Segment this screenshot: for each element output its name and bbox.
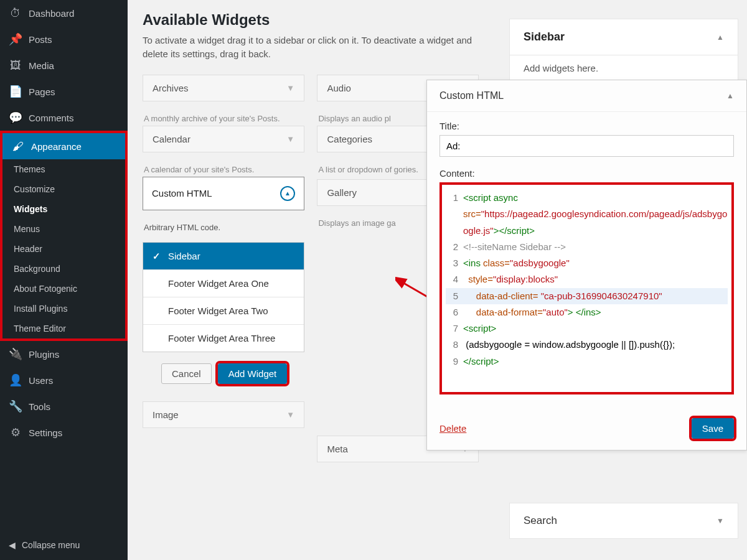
sidebar-label: Plugins bbox=[29, 349, 59, 360]
line-number: 8 bbox=[446, 337, 463, 353]
area-footer-2[interactable]: Footer Widget Area Two bbox=[143, 297, 304, 325]
sidebar-item-dashboard[interactable]: ⏱Dashboard bbox=[0, 0, 128, 26]
sidebar-item-posts[interactable]: 📌Posts bbox=[0, 26, 128, 52]
title-label: Title: bbox=[439, 121, 734, 131]
sidebar-sub-menus[interactable]: Menus bbox=[2, 219, 125, 239]
collapse-icon: ◀ bbox=[9, 540, 16, 550]
sidebar-item-media[interactable]: 🖼Media bbox=[0, 52, 128, 78]
page-desc: To activate a widget drag it to a sideba… bbox=[143, 34, 472, 61]
sidebar-label: Users bbox=[29, 375, 53, 386]
user-icon: 👤 bbox=[9, 373, 22, 387]
sidebar-sub-install[interactable]: Install Plugins bbox=[2, 299, 125, 319]
widget-title: Meta bbox=[327, 444, 347, 454]
collapse-menu[interactable]: ◀Collapse menu bbox=[0, 534, 128, 556]
main-content: Available Widgets To activate a widget d… bbox=[128, 0, 747, 560]
widget-calendar[interactable]: Calendar▼ bbox=[143, 126, 304, 152]
area-sidebar[interactable]: Sidebar bbox=[143, 243, 304, 270]
sidebar-label: Settings bbox=[29, 427, 62, 438]
code-editor[interactable]: 1<script async src="https://pagead2.goog… bbox=[439, 182, 734, 394]
widget-archives[interactable]: Archives▼ bbox=[143, 75, 304, 101]
chevron-down-icon: ▼ bbox=[286, 83, 294, 93]
widget-desc: A calendar of your site's Posts. bbox=[143, 159, 304, 177]
line-number: 4 bbox=[446, 271, 463, 287]
panel-header[interactable]: Custom HTML ▲ bbox=[427, 80, 746, 112]
widget-area-list: Sidebar Footer Widget Area One Footer Wi… bbox=[143, 242, 304, 352]
sidebar-item-settings[interactable]: ⚙Settings bbox=[0, 419, 128, 446]
widget-title: Custom HTML bbox=[152, 188, 212, 198]
line-number: 5 bbox=[446, 288, 463, 304]
custom-html-panel: Custom HTML ▲ Title: Content: 1<script a… bbox=[426, 80, 747, 450]
content-label: Content: bbox=[439, 168, 734, 179]
sidebar-item-tools[interactable]: 🔧Tools bbox=[0, 393, 128, 419]
sidebar-label: Tools bbox=[29, 401, 50, 412]
sidebar-sub-themes[interactable]: Themes bbox=[2, 159, 125, 179]
line-number: 2 bbox=[446, 239, 463, 255]
area-footer-1[interactable]: Footer Widget Area One bbox=[143, 270, 304, 297]
area-title: Sidebar bbox=[524, 30, 565, 44]
sidebar-sub-widgets[interactable]: Widgets bbox=[2, 199, 125, 219]
widget-custom-html[interactable]: Custom HTML▲ bbox=[143, 177, 304, 210]
sidebar-label: Posts bbox=[29, 34, 52, 45]
widget-image[interactable]: Image▼ bbox=[143, 401, 304, 428]
page-icon: 📄 bbox=[9, 85, 22, 98]
widget-title: Audio bbox=[327, 83, 350, 93]
pin-icon: 📌 bbox=[9, 32, 22, 46]
sidebar-sub-editor[interactable]: Theme Editor bbox=[2, 319, 125, 338]
sidebar-item-users[interactable]: 👤Users bbox=[0, 367, 128, 393]
chevron-up-icon: ▲ bbox=[716, 33, 724, 42]
save-button[interactable]: Save bbox=[692, 418, 734, 439]
sidebar-area-header[interactable]: Sidebar ▲ bbox=[509, 19, 738, 55]
brush-icon: 🖌 bbox=[11, 139, 25, 153]
delete-link[interactable]: Delete bbox=[439, 423, 466, 434]
panel-title: Custom HTML bbox=[439, 90, 504, 101]
widget-title: Gallery bbox=[327, 187, 357, 198]
line-number: 9 bbox=[446, 353, 463, 370]
title-input[interactable] bbox=[439, 135, 734, 157]
admin-sidebar: ⏱Dashboard 📌Posts 🖼Media 📄Pages 💬Comment… bbox=[0, 0, 128, 560]
sidebar-label: Pages bbox=[29, 86, 55, 97]
line-number: 1 bbox=[446, 190, 463, 206]
sidebar-sub-about[interactable]: About Fotogenic bbox=[2, 279, 125, 299]
widget-title: Calendar bbox=[153, 134, 190, 144]
sidebar-label: Media bbox=[29, 60, 54, 71]
chevron-down-icon: ▼ bbox=[286, 410, 294, 419]
sidebar-sub-header[interactable]: Header bbox=[2, 239, 125, 259]
area-footer-3[interactable]: Footer Widget Area Three bbox=[143, 325, 304, 352]
chevron-down-icon: ▼ bbox=[286, 134, 294, 144]
sidebar-label: Comments bbox=[29, 113, 74, 123]
gear-icon: ⚙ bbox=[9, 426, 22, 439]
chevron-up-icon: ▲ bbox=[726, 91, 734, 100]
line-number: 6 bbox=[446, 304, 463, 320]
dashboard-icon: ⏱ bbox=[9, 6, 22, 20]
search-title: Search bbox=[524, 515, 557, 527]
sidebar-item-pages[interactable]: 📄Pages bbox=[0, 78, 128, 105]
add-widget-button[interactable]: Add Widget bbox=[218, 363, 288, 384]
line-number: 3 bbox=[446, 255, 463, 271]
sidebar-sub-customize[interactable]: Customize bbox=[2, 179, 125, 199]
sidebar-label: Dashboard bbox=[29, 8, 74, 19]
line-number: 7 bbox=[446, 320, 463, 337]
widget-title: Categories bbox=[327, 134, 372, 144]
sidebar-item-comments[interactable]: 💬Comments bbox=[0, 105, 128, 131]
sidebar-sub-background[interactable]: Background bbox=[2, 259, 125, 279]
chevron-down-icon: ▼ bbox=[716, 516, 724, 525]
wrench-icon: 🔧 bbox=[9, 399, 22, 413]
media-icon: 🖼 bbox=[9, 58, 22, 72]
plugin-icon: 🔌 bbox=[9, 347, 22, 361]
sidebar-label: Appearance bbox=[31, 141, 82, 152]
chevron-up-icon[interactable]: ▲ bbox=[280, 186, 295, 201]
comment-icon: 💬 bbox=[9, 111, 22, 124]
widget-title: Archives bbox=[153, 83, 189, 93]
appearance-group: 🖌Appearance Themes Customize Widgets Men… bbox=[0, 131, 128, 341]
widget-desc: A monthly archive of your site's Posts. bbox=[143, 108, 304, 126]
search-widget-area[interactable]: Search ▼ bbox=[509, 503, 738, 539]
widget-title: Image bbox=[153, 409, 179, 420]
sidebar-item-appearance[interactable]: 🖌Appearance bbox=[2, 133, 125, 159]
sidebar-widget-area: Sidebar ▲ Add widgets here. bbox=[509, 0, 738, 85]
sidebar-item-plugins[interactable]: 🔌Plugins bbox=[0, 341, 128, 367]
collapse-label: Collapse menu bbox=[22, 540, 80, 550]
cancel-button[interactable]: Cancel bbox=[161, 363, 212, 384]
widget-desc: Arbitrary HTML code. bbox=[143, 217, 304, 235]
